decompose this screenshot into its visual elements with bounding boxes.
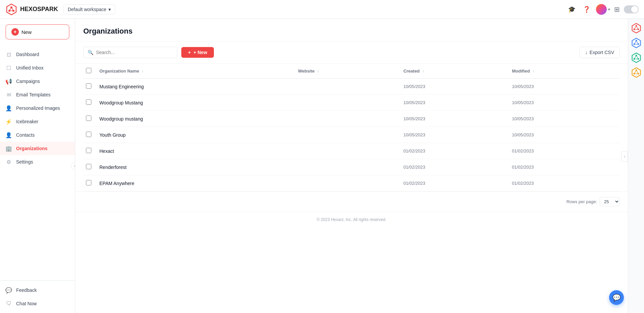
table-row: Renderforest 01/02/2023 01/02/2023 <box>83 159 620 175</box>
org-name-header[interactable]: Organization Name ↑ <box>97 64 295 79</box>
org-name-cell[interactable]: Mustang Engineering <box>97 79 295 95</box>
search-box[interactable]: 🔍 <box>83 47 177 58</box>
row-checkbox-5[interactable] <box>86 164 91 169</box>
sidebar-item-dashboard[interactable]: ⊡ Dashboard <box>0 48 75 61</box>
toolbar: 🔍 + + New ↓ Export CSV <box>75 41 628 64</box>
new-button[interactable]: + New <box>5 24 70 40</box>
workspace-selector[interactable]: Default workspace ▾ <box>63 4 115 14</box>
sidebar-navigation: ⊡ Dashboard ☐ Unified Inbox 📢 Campaigns … <box>0 45 75 280</box>
contacts-icon: 👤 <box>5 132 12 138</box>
org-name-cell[interactable]: EPAM Anywhere <box>97 175 295 191</box>
main-content: Organizations 🔍 + + New ↓ Export CSV <box>75 19 628 313</box>
sidebar-item-feedback[interactable]: 💬 Feedback <box>0 283 75 297</box>
row-checkbox-cell[interactable] <box>83 127 97 143</box>
org-name-cell[interactable]: Woodgroup mustang <box>97 111 295 127</box>
pagination-row: Rows per page: 25 10 50 100 <box>75 191 628 212</box>
website-cell <box>295 111 401 127</box>
sidebar-item-email-templates[interactable]: ✉ Email Templates <box>0 88 75 101</box>
search-input[interactable] <box>96 50 173 55</box>
table-row: Mustang Engineering 10/05/2023 10/05/202… <box>83 79 620 95</box>
row-checkbox-cell[interactable] <box>83 143 97 159</box>
graduation-cap-icon[interactable]: 🎓 <box>566 4 577 15</box>
created-sort-icon: ↑ <box>422 69 424 73</box>
apps-grid-icon[interactable]: ⊞ <box>614 5 620 13</box>
org-name-cell[interactable]: Woodgroup Mustang <box>97 95 295 111</box>
svg-line-19 <box>636 41 638 44</box>
right-icon-1[interactable] <box>631 23 642 34</box>
table-body: Mustang Engineering 10/05/2023 10/05/202… <box>83 79 620 191</box>
svg-marker-21 <box>632 53 640 62</box>
created-header[interactable]: Created ↑ <box>401 64 509 79</box>
sidebar-item-contacts[interactable]: 👤 Contacts <box>0 128 75 142</box>
row-checkbox-6[interactable] <box>86 180 91 185</box>
website-cell <box>295 95 401 111</box>
right-panel-expand-button[interactable]: › <box>621 151 628 162</box>
sidebar-item-campaigns[interactable]: 📢 Campaigns <box>0 75 75 88</box>
sidebar-item-settings[interactable]: ⚙ Settings <box>0 155 75 169</box>
org-name-cell[interactable]: Hexact <box>97 143 295 159</box>
right-icon-2[interactable] <box>631 38 642 48</box>
svg-marker-0 <box>7 4 16 15</box>
website-cell <box>295 127 401 143</box>
row-checkbox-cell[interactable] <box>83 175 97 191</box>
chat-now-button[interactable]: 💬 <box>609 290 624 305</box>
modified-date-cell: 10/05/2023 <box>509 79 620 95</box>
sidebar-item-unified-inbox[interactable]: ☐ Unified Inbox <box>0 61 75 75</box>
row-checkbox-1[interactable] <box>86 99 91 105</box>
website-header[interactable]: Website ↑ <box>295 64 401 79</box>
row-checkbox-cell[interactable] <box>83 159 97 175</box>
plus-circle-icon: + <box>11 28 19 36</box>
created-date-cell: 01/02/2023 <box>401 175 509 191</box>
sidebar-item-icebreaker[interactable]: ⚡ Icebreaker <box>0 115 75 128</box>
rows-per-page-select[interactable]: 25 10 50 100 <box>600 197 620 206</box>
toggle-knob <box>631 6 638 13</box>
modified-date-cell: 10/05/2023 <box>509 127 620 143</box>
org-name-cell[interactable]: Youth Group <box>97 127 295 143</box>
lightning-icon: ⚡ <box>5 118 12 125</box>
dashboard-icon: ⊡ <box>5 51 12 58</box>
rows-per-page-label: Rows per page: <box>566 199 597 204</box>
help-icon[interactable]: ❓ <box>581 4 592 15</box>
footer: © 2023 Hexact, Inc. All rights reserved. <box>75 212 628 227</box>
sidebar-item-organizations[interactable]: 🏢 Organizations <box>0 142 75 155</box>
sidebar-item-chat-now[interactable]: 🗨 Chat Now <box>0 297 75 310</box>
row-checkbox-0[interactable] <box>86 83 91 89</box>
modified-sort-icon: ↑ <box>533 69 535 73</box>
right-icon-panel <box>628 19 644 313</box>
user-avatar-group[interactable]: ▾ <box>596 4 610 15</box>
table-row: Youth Group 10/05/2023 10/05/2023 <box>83 127 620 143</box>
right-icon-3[interactable] <box>631 52 642 63</box>
export-csv-button[interactable]: ↓ Export CSV <box>580 47 620 58</box>
right-icon-4[interactable] <box>631 67 642 78</box>
theme-toggle[interactable] <box>624 5 639 13</box>
row-checkbox-2[interactable] <box>86 116 91 121</box>
chat-icon: 🗨 <box>5 300 12 307</box>
modified-header[interactable]: Modified ↑ <box>509 64 620 79</box>
row-checkbox-3[interactable] <box>86 132 91 137</box>
table-row: Hexact 01/02/2023 01/02/2023 <box>83 143 620 159</box>
select-all-header[interactable] <box>83 64 97 79</box>
organizations-table-container: Organization Name ↑ Website ↑ Created ↑ <box>75 64 628 191</box>
new-organization-button[interactable]: + + New <box>181 47 214 58</box>
created-date-cell: 01/02/2023 <box>401 143 509 159</box>
website-cell <box>295 79 401 95</box>
row-checkbox-4[interactable] <box>86 148 91 153</box>
top-navigation: HEXOSPARK Default workspace ▾ 🎓 ❓ ▾ ⊞ <box>0 0 644 19</box>
website-cell <box>295 175 401 191</box>
user-avatar <box>596 4 607 15</box>
table-row: EPAM Anywhere 01/02/2023 01/02/2023 <box>83 175 620 191</box>
modified-date-cell: 10/05/2023 <box>509 111 620 127</box>
row-checkbox-cell[interactable] <box>83 79 97 95</box>
select-all-checkbox[interactable] <box>86 68 91 73</box>
svg-marker-7 <box>632 24 640 33</box>
row-checkbox-cell[interactable] <box>83 111 97 127</box>
modified-date-cell: 10/05/2023 <box>509 95 620 111</box>
created-date-cell: 10/05/2023 <box>401 111 509 127</box>
page-title: Organizations <box>83 27 620 36</box>
org-name-cell[interactable]: Renderforest <box>97 159 295 175</box>
sidebar-item-personalized-images[interactable]: 👤 Personalized Images <box>0 101 75 115</box>
modified-date-cell: 01/02/2023 <box>509 143 620 159</box>
search-icon: 🔍 <box>88 50 93 55</box>
row-checkbox-cell[interactable] <box>83 95 97 111</box>
app-logo[interactable]: HEXOSPARK <box>5 3 58 15</box>
